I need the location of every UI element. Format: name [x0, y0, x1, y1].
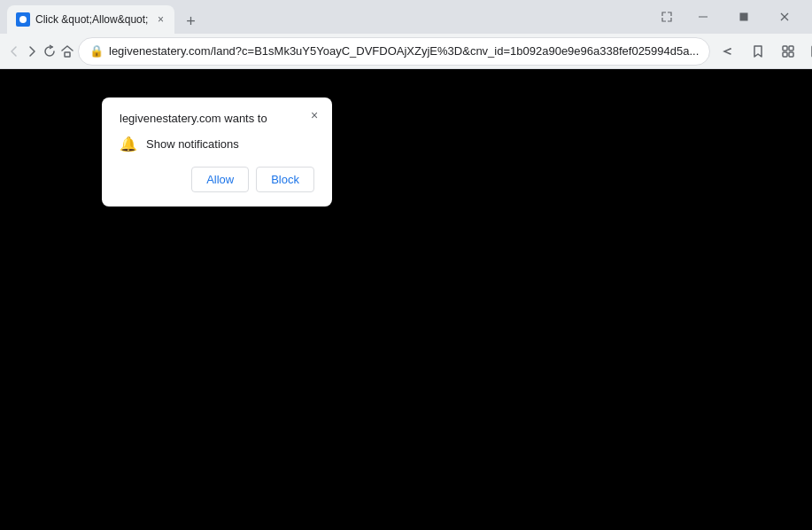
browser-toolbar: 🔒 legivenestatery.com/land?c=B1sMk3uY5Yo…	[0, 34, 812, 69]
toolbar-actions	[714, 37, 812, 66]
svg-point-0	[19, 16, 27, 23]
url-text: legivenestatery.com/land?c=B1sMk3uY5Yoay…	[109, 44, 699, 58]
active-tab[interactable]: Click &quot;Allow&quot; ×	[7, 5, 174, 34]
tab-title: Click &quot;Allow&quot;	[35, 13, 148, 26]
share-button[interactable]	[714, 37, 742, 66]
permission-label: Show notifications	[146, 137, 239, 151]
permission-dialog: × legivenestatery.com wants to 🔔 Show no…	[102, 97, 332, 207]
allow-button[interactable]: Allow	[191, 167, 249, 192]
content-area: × legivenestatery.com wants to 🔔 Show no…	[0, 69, 812, 530]
tab-close-button[interactable]: ×	[153, 12, 167, 27]
svg-rect-7	[783, 46, 787, 51]
svg-rect-10	[789, 52, 793, 57]
title-bar: Click &quot;Allow&quot; × +	[0, 0, 812, 34]
bookmark-button[interactable]	[744, 37, 772, 66]
tab-favicon	[16, 12, 30, 27]
lock-icon: 🔒	[89, 44, 104, 58]
dialog-actions: Allow Block	[120, 167, 314, 192]
chrome-window: Click &quot;Allow&quot; × +	[0, 0, 812, 530]
extensions-button[interactable]	[774, 37, 802, 66]
dialog-title: legivenestatery.com wants to	[120, 112, 314, 125]
address-bar[interactable]: 🔒 legivenestatery.com/land?c=B1sMk3uY5Yo…	[78, 37, 710, 66]
svg-rect-9	[783, 52, 787, 57]
tab-strip: Click &quot;Allow&quot; × +	[7, 0, 651, 34]
svg-rect-8	[789, 46, 793, 51]
minimize-button[interactable]	[683, 3, 723, 31]
svg-rect-2	[740, 13, 747, 20]
svg-rect-1	[699, 17, 708, 18]
block-button[interactable]: Block	[256, 167, 314, 192]
permission-item: 🔔 Show notifications	[120, 136, 314, 152]
expand-button[interactable]	[654, 4, 679, 29]
window-close-button[interactable]	[764, 3, 805, 31]
new-tab-button[interactable]: +	[178, 9, 203, 34]
reload-button[interactable]	[43, 37, 57, 66]
forward-button[interactable]	[25, 37, 39, 66]
restore-button[interactable]	[723, 3, 764, 31]
sidebar-button[interactable]	[804, 37, 812, 66]
dialog-close-button[interactable]: ×	[305, 106, 323, 124]
svg-rect-5	[65, 52, 70, 57]
back-button[interactable]	[7, 37, 21, 66]
home-button[interactable]	[60, 37, 74, 66]
bell-icon: 🔔	[120, 136, 137, 152]
